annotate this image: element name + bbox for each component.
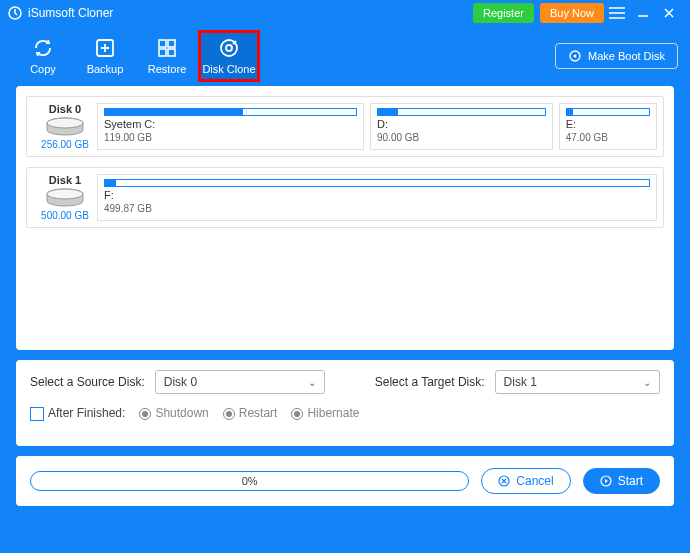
start-label: Start bbox=[618, 474, 643, 488]
start-icon bbox=[600, 475, 612, 487]
shutdown-radio[interactable]: Shutdown bbox=[139, 406, 208, 420]
svg-rect-3 bbox=[168, 40, 175, 47]
backup-tool[interactable]: Backup bbox=[74, 30, 136, 82]
progress-text: 0% bbox=[242, 475, 258, 487]
progress-bar: 0% bbox=[30, 471, 469, 491]
partition-size: 499.87 GB bbox=[104, 203, 650, 214]
buynow-button[interactable]: Buy Now bbox=[540, 3, 604, 23]
partition-group: Syetem C:119.00 GBD:90.00 GBE:47.00 GB bbox=[97, 103, 657, 150]
partition[interactable]: Syetem C:119.00 GB bbox=[97, 103, 364, 150]
hibernate-radio[interactable]: Hibernate bbox=[291, 406, 359, 420]
partition[interactable]: F:499.87 GB bbox=[97, 174, 657, 221]
restore-tool[interactable]: Restore bbox=[136, 30, 198, 82]
start-button[interactable]: Start bbox=[583, 468, 660, 494]
partition-size: 47.00 GB bbox=[566, 132, 650, 143]
svg-point-13 bbox=[47, 189, 83, 199]
partition-usage-bar bbox=[377, 108, 546, 116]
restore-icon bbox=[156, 37, 178, 59]
partition-label: E: bbox=[566, 118, 650, 130]
disk-row[interactable]: Disk 0256.00 GBSyetem C:119.00 GBD:90.00… bbox=[26, 96, 664, 157]
partition-label: F: bbox=[104, 189, 650, 201]
backup-icon bbox=[94, 37, 116, 59]
cancel-icon bbox=[498, 475, 510, 487]
partition-label: D: bbox=[377, 118, 546, 130]
boot-disk-icon bbox=[568, 49, 582, 63]
svg-point-7 bbox=[226, 45, 232, 51]
copy-tool[interactable]: Copy bbox=[12, 30, 74, 82]
disk-row[interactable]: Disk 1500.00 GBF:499.87 GB bbox=[26, 167, 664, 228]
after-finished-checkbox[interactable]: After Finished: bbox=[30, 406, 125, 421]
cancel-button[interactable]: Cancel bbox=[481, 468, 570, 494]
partition-usage-bar bbox=[104, 179, 650, 187]
copy-icon bbox=[32, 37, 54, 59]
disk-icon bbox=[45, 188, 85, 208]
boot-disk-label: Make Boot Disk bbox=[588, 50, 665, 62]
close-icon[interactable] bbox=[656, 6, 682, 20]
clone-controls-panel: Select a Source Disk: Disk 0 ⌄ Select a … bbox=[16, 360, 674, 446]
partition-group: F:499.87 GB bbox=[97, 174, 657, 221]
svg-point-11 bbox=[47, 118, 83, 128]
copy-label: Copy bbox=[30, 63, 56, 75]
disk-info: Disk 0256.00 GB bbox=[33, 103, 97, 150]
partition-usage-bar bbox=[104, 108, 357, 116]
disk-clone-tool[interactable]: Disk Clone bbox=[198, 30, 260, 82]
partition[interactable]: E:47.00 GB bbox=[559, 103, 657, 150]
chevron-down-icon: ⌄ bbox=[643, 377, 651, 388]
disk-clone-icon bbox=[218, 37, 240, 59]
target-disk-dropdown[interactable]: Disk 1 ⌄ bbox=[495, 370, 660, 394]
partition-size: 119.00 GB bbox=[104, 132, 357, 143]
main-toolbar: Copy Backup Restore Disk Clone Make Boot… bbox=[0, 26, 690, 86]
app-title: iSumsoft Cloner bbox=[28, 6, 113, 20]
disk-icon bbox=[45, 117, 85, 137]
partition[interactable]: D:90.00 GB bbox=[370, 103, 553, 150]
target-disk-label: Select a Target Disk: bbox=[375, 375, 485, 389]
disk-size: 256.00 GB bbox=[41, 139, 89, 150]
svg-rect-4 bbox=[159, 49, 166, 56]
chevron-down-icon: ⌄ bbox=[308, 377, 316, 388]
svg-point-9 bbox=[573, 55, 576, 58]
source-disk-value: Disk 0 bbox=[164, 375, 197, 389]
restart-radio[interactable]: Restart bbox=[223, 406, 278, 420]
footer-panel: 0% Cancel Start bbox=[16, 456, 674, 506]
disk-name: Disk 1 bbox=[49, 174, 81, 186]
disk-list-panel: Disk 0256.00 GBSyetem C:119.00 GBD:90.00… bbox=[16, 86, 674, 350]
make-boot-disk-button[interactable]: Make Boot Disk bbox=[555, 43, 678, 69]
after-finished-label: After Finished: bbox=[48, 406, 125, 420]
register-button[interactable]: Register bbox=[473, 3, 534, 23]
disk-size: 500.00 GB bbox=[41, 210, 89, 221]
menu-icon[interactable] bbox=[604, 7, 630, 19]
partition-usage-bar bbox=[566, 108, 650, 116]
disk-info: Disk 1500.00 GB bbox=[33, 174, 97, 221]
svg-rect-2 bbox=[159, 40, 166, 47]
disk-clone-label: Disk Clone bbox=[202, 63, 255, 75]
partition-label: Syetem C: bbox=[104, 118, 357, 130]
restore-label: Restore bbox=[148, 63, 187, 75]
cancel-label: Cancel bbox=[516, 474, 553, 488]
svg-rect-5 bbox=[168, 49, 175, 56]
target-disk-value: Disk 1 bbox=[504, 375, 537, 389]
source-disk-label: Select a Source Disk: bbox=[30, 375, 145, 389]
disk-name: Disk 0 bbox=[49, 103, 81, 115]
minimize-icon[interactable] bbox=[630, 6, 656, 20]
partition-size: 90.00 GB bbox=[377, 132, 546, 143]
titlebar: iSumsoft Cloner Register Buy Now bbox=[0, 0, 690, 26]
backup-label: Backup bbox=[87, 63, 124, 75]
source-disk-dropdown[interactable]: Disk 0 ⌄ bbox=[155, 370, 325, 394]
app-logo-icon bbox=[8, 6, 22, 20]
